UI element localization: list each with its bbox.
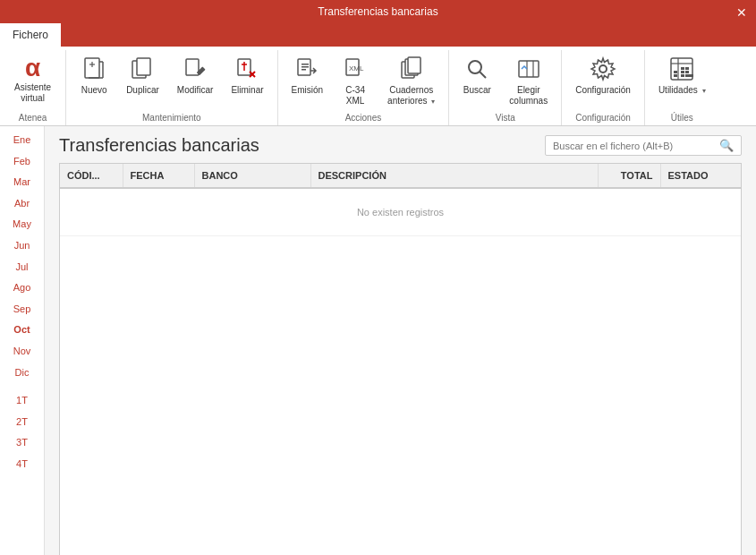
close-button[interactable]: ✕ — [727, 0, 756, 25]
content-area: Transferencias bancarias 🔍 CÓDI... FECHA… — [45, 126, 756, 555]
eliminar-button[interactable]: Eliminar — [223, 50, 271, 100]
svg-rect-34 — [685, 67, 689, 70]
empty-message: No existen registros — [60, 188, 741, 236]
sidebar-divider — [0, 383, 44, 390]
svg-point-24 — [469, 61, 481, 73]
svg-rect-18 — [302, 69, 306, 71]
modificar-icon — [181, 55, 209, 83]
elegir-columnas-label: Elegircolumnas — [509, 85, 548, 107]
c34xml-button[interactable]: XML C-34XML — [333, 50, 378, 111]
svg-rect-40 — [685, 74, 693, 77]
cuadernos-label: Cuadernosanteriores ▾ — [387, 85, 435, 107]
col-estado: ESTADO — [660, 164, 741, 188]
sidebar-item-feb[interactable]: Feb — [0, 151, 44, 173]
svg-text:XML: XML — [349, 64, 364, 73]
sidebar-item-mar[interactable]: Mar — [0, 172, 44, 193]
sidebar-item-oct[interactable]: Oct — [0, 320, 44, 341]
modificar-label: Modificar — [177, 85, 214, 96]
modificar-button[interactable]: Modificar — [169, 50, 222, 100]
utiles-group-label: Útiles — [650, 111, 714, 125]
buscar-button[interactable]: Buscar — [454, 50, 499, 100]
eliminar-icon — [233, 55, 261, 83]
emision-button[interactable]: Emisión — [284, 50, 332, 100]
nuevo-button[interactable]: Nuevo — [72, 50, 116, 100]
sidebar-item-may[interactable]: May — [0, 214, 44, 235]
configuracion-button[interactable]: Configuración — [567, 50, 639, 100]
ribbon-group-acciones: Emisión XML C-34XML Cuadernosanteriores … — [278, 50, 450, 125]
col-banco: BANCO — [194, 164, 310, 188]
svg-rect-37 — [685, 71, 689, 73]
table-container: CÓDI... FECHA BANCO DESCRIPCIÓN TOTAL ES… — [59, 163, 742, 555]
eliminar-label: Eliminar — [231, 85, 263, 96]
main-layout: Ene Feb Mar Abr May Jun Jul Ago Sep Oct … — [0, 126, 756, 555]
svg-rect-0 — [85, 58, 99, 78]
sidebar-item-dic[interactable]: Dic — [0, 363, 44, 384]
content-header: Transferencias bancarias 🔍 — [45, 126, 756, 163]
svg-rect-35 — [674, 71, 677, 73]
svg-point-29 — [599, 65, 607, 73]
nuevo-label: Nuevo — [81, 85, 107, 96]
sidebar-item-nov[interactable]: Nov — [0, 341, 44, 363]
sidebar-item-3t[interactable]: 3T — [0, 432, 44, 454]
search-input[interactable] — [553, 141, 719, 151]
search-icon: 🔍 — [719, 139, 734, 152]
sidebar-item-1t[interactable]: 1T — [0, 390, 44, 412]
title-bar: Transferencias bancarias ✕ — [0, 0, 756, 23]
asistente-label: Asistentevirtual — [14, 82, 51, 104]
svg-rect-17 — [302, 66, 309, 68]
elegir-columnas-icon — [514, 55, 543, 83]
page-title: Transferencias bancarias — [59, 135, 259, 156]
svg-rect-7 — [137, 58, 150, 75]
duplicar-button[interactable]: Duplicar — [118, 50, 167, 100]
atenea-group-label: Atenea — [5, 111, 60, 125]
sidebar-item-4t[interactable]: 4T — [0, 454, 44, 475]
acciones-group-label: Acciones — [284, 111, 444, 125]
ribbon-content: α Asistentevirtual Atenea Nuevo — [0, 47, 756, 125]
sidebar-item-ene[interactable]: Ene — [0, 130, 44, 151]
configuracion-label: Configuración — [575, 85, 631, 96]
ribbon-group-atenea: α Asistentevirtual Atenea — [0, 50, 66, 125]
ribbon-tabs: Fichero — [0, 23, 756, 47]
utilidades-button[interactable]: Utilidades ▾ — [650, 50, 714, 100]
asistente-button[interactable]: α Asistentevirtual — [5, 50, 60, 107]
col-codigo: CÓDI... — [60, 164, 123, 188]
ribbon-group-configuracion: Configuración Configuración — [562, 50, 645, 125]
sidebar: Ene Feb Mar Abr May Jun Jul Ago Sep Oct … — [0, 126, 45, 555]
svg-rect-23 — [408, 57, 420, 73]
duplicar-label: Duplicar — [126, 85, 159, 96]
emision-icon — [293, 55, 321, 83]
svg-rect-36 — [681, 71, 684, 73]
svg-rect-16 — [302, 64, 309, 65]
cuadernos-button[interactable]: Cuadernosanteriores ▾ — [379, 50, 443, 111]
mantenimiento-group-label: Mantenimiento — [72, 111, 271, 125]
c34xml-label: C-34XML — [345, 85, 365, 107]
sidebar-item-jun[interactable]: Jun — [0, 235, 44, 257]
configuracion-group-label: Configuración — [567, 111, 639, 125]
ribbon-group-vista: Buscar Elegircolumnas Vista — [449, 50, 562, 125]
vista-group-label: Vista — [454, 111, 556, 125]
nuevo-icon — [80, 55, 108, 83]
buscar-label: Buscar — [463, 85, 491, 96]
sidebar-item-sep[interactable]: Sep — [0, 299, 44, 320]
sidebar-item-jul[interactable]: Jul — [0, 257, 44, 278]
svg-rect-8 — [186, 59, 199, 75]
elegir-columnas-button[interactable]: Elegircolumnas — [501, 50, 556, 111]
sidebar-item-2t[interactable]: 2T — [0, 412, 44, 433]
ribbon: Fichero α Asistentevirtual Atenea Nuevo — [0, 23, 756, 126]
utilidades-icon — [667, 55, 696, 83]
ribbon-group-utiles: Utilidades ▾ Útiles — [645, 50, 719, 125]
col-descripcion: DESCRIPCIÓN — [310, 164, 598, 188]
sidebar-item-ago[interactable]: Ago — [0, 278, 44, 299]
tab-fichero[interactable]: Fichero — [0, 23, 61, 47]
empty-row: No existen registros — [60, 188, 741, 236]
col-total: TOTAL — [598, 164, 660, 188]
table-header: CÓDI... FECHA BANCO DESCRIPCIÓN TOTAL ES… — [60, 164, 741, 188]
sidebar-item-abr[interactable]: Abr — [0, 193, 44, 215]
configuracion-icon — [589, 55, 617, 83]
title-text: Transferencias bancarias — [318, 5, 437, 18]
asistente-icon: α — [25, 54, 40, 82]
search-box[interactable]: 🔍 — [545, 135, 742, 156]
ribbon-group-mantenimiento: Nuevo Duplicar Modificar — [66, 50, 277, 125]
col-fecha: FECHA — [123, 164, 194, 188]
cuadernos-icon — [397, 55, 426, 83]
